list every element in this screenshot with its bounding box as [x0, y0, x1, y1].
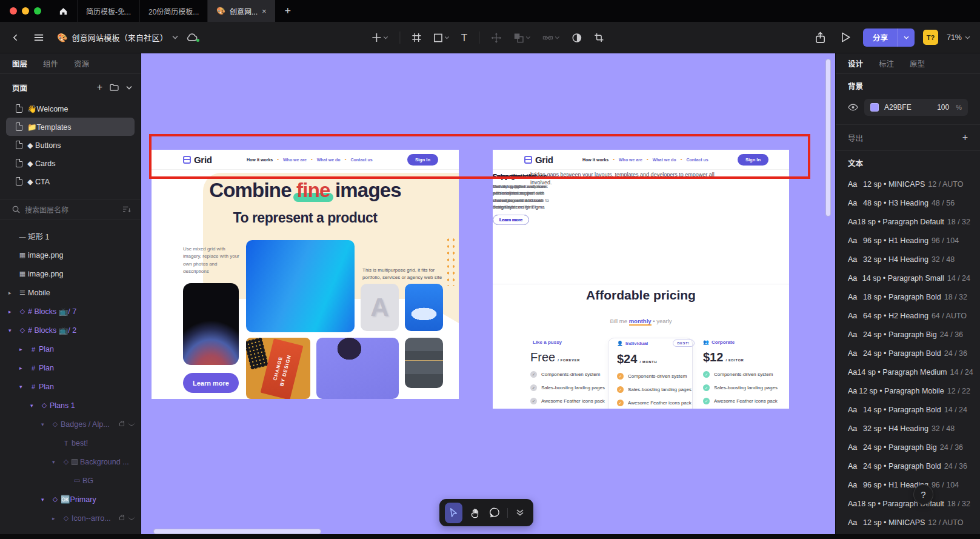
text-style-row[interactable]: Aa 18 sp • Paragraph Bold 18 / 32 — [836, 287, 980, 306]
layer-row[interactable]: ▸ # Plan — [0, 358, 141, 377]
left-panel-tab[interactable]: 图层 — [12, 58, 27, 69]
help-button[interactable]: ? — [913, 484, 933, 504]
avatar[interactable]: T? — [923, 30, 938, 45]
page-item[interactable]: ◆ Buttons — [6, 136, 135, 154]
layer-row[interactable]: ▾ ◇ Plans 1 — [0, 396, 141, 415]
billing-yearly[interactable]: yearly — [656, 318, 672, 324]
hidden-eye-icon[interactable] — [128, 517, 135, 520]
text-style-row[interactable]: Aa 32 sp • H4 Heading 32 / 48 — [836, 419, 980, 438]
share-button[interactable]: 分享 — [863, 28, 915, 47]
text-style-row[interactable]: Aa 24 sp • Paragraph Big 24 / 36 — [836, 325, 980, 344]
window-controls[interactable] — [0, 0, 50, 22]
zoom-control[interactable]: 71% — [947, 33, 970, 42]
close-window-button[interactable] — [10, 7, 17, 15]
layer-search[interactable]: 搜索图层名称 — [0, 199, 141, 219]
maximize-window-button[interactable] — [34, 7, 41, 15]
comment-tool[interactable] — [487, 504, 502, 522]
move-tool[interactable] — [488, 30, 504, 45]
mock-billing-toggle[interactable]: Bill me monthly • yearly — [493, 318, 789, 324]
expand-arrow-icon[interactable]: ▸ — [8, 290, 17, 296]
mask-tool[interactable] — [568, 30, 585, 45]
text-style-row[interactable]: Aa 24 sp • Paragraph Bold 24 / 36 — [836, 344, 980, 363]
right-panel-tab[interactable]: 标注 — [879, 58, 894, 69]
expand-arrow-icon[interactable]: ▸ — [8, 309, 17, 315]
unlock-icon[interactable] — [119, 423, 124, 426]
add-export-button[interactable]: + — [962, 132, 968, 143]
hidden-eye-icon[interactable] — [128, 423, 135, 426]
color-swatch[interactable] — [870, 103, 879, 112]
browser-tab-active[interactable]: 🎨 创意网... × — [208, 0, 275, 22]
text-style-row[interactable]: Aa 32 sp • H4 Heading 32 / 48 — [836, 250, 980, 269]
layer-row[interactable]: ▾ # Plan — [0, 377, 141, 396]
share-export-icon[interactable] — [812, 29, 829, 46]
expand-arrow-icon[interactable]: ▾ — [8, 327, 17, 333]
share-dropdown-icon[interactable] — [898, 28, 915, 47]
layer-row[interactable]: ▦ image.png — [0, 264, 141, 283]
text-style-row[interactable]: Aa 96 sp • H1 Heading 96 / 104 — [836, 475, 980, 494]
mock-learn-more-button[interactable]: Learn more — [183, 373, 239, 393]
select-cursor-tool[interactable] — [445, 503, 462, 523]
expand-arrow-icon[interactable]: ▾ — [41, 421, 50, 427]
text-tool[interactable]: T — [458, 30, 470, 45]
collapse-toolbar-icon[interactable] — [513, 504, 528, 522]
left-panel-tab[interactable]: 组件 — [43, 58, 58, 69]
right-panel-tab[interactable]: 设计 — [848, 58, 863, 69]
layer-row[interactable]: ▸ ◇ Icon--arro... — [0, 509, 141, 527]
page-item[interactable]: 📁Templates — [6, 118, 135, 136]
page-item[interactable]: 👋Welcome — [6, 99, 135, 118]
layer-row[interactable]: ▸ ☰ Mobile — [0, 283, 141, 302]
expand-arrow-icon[interactable]: ▾ — [30, 403, 39, 409]
unlock-icon[interactable] — [119, 517, 124, 520]
layer-row[interactable]: ▦ image.png — [0, 246, 141, 264]
hand-tool[interactable] — [467, 504, 482, 522]
canvas-vertical-scrollbar[interactable] — [825, 59, 831, 216]
layer-row[interactable]: ▾ ◇ Background ... — [0, 452, 141, 471]
browser-tab-2[interactable]: 20份简历模板... — [140, 0, 208, 22]
text-style-row[interactable]: Aa 18 sp • Paragraph Default 18 / 32 — [836, 494, 980, 513]
text-style-row[interactable]: Aa 14 sp • Paragraph Bold 14 / 24 — [836, 400, 980, 419]
text-style-row[interactable]: Aa 64 sp • H2 Heading 64 / AUTO — [836, 306, 980, 325]
template-frame-2[interactable]: Grid How it works • Who we are • What we… — [493, 150, 789, 409]
expand-arrow-icon[interactable]: ▾ — [19, 384, 28, 390]
right-panel-tab[interactable]: 原型 — [910, 58, 925, 69]
text-style-row[interactable]: Aa 48 sp • H3 Heading 48 / 56 — [836, 193, 980, 212]
crop-tool[interactable] — [591, 30, 607, 45]
text-style-row[interactable]: Aa 12 sp • Paragraph Mobile 12 / 22 — [836, 381, 980, 400]
expand-arrow-icon[interactable]: ▸ — [52, 515, 61, 521]
opacity-value[interactable]: 100 — [937, 103, 949, 112]
text-style-row[interactable]: Aa 12 sp • MINICAPS 12 / AUTO — [836, 175, 980, 193]
layer-row[interactable]: ▾ ◇ 🆗Primary — [0, 490, 141, 509]
frame-tool[interactable] — [408, 30, 424, 45]
layer-row[interactable]: ▸ ◇ # Blocks 📺/ 7 — [0, 302, 141, 321]
new-tab-button[interactable]: + — [275, 0, 301, 22]
cloud-sync-icon[interactable] — [186, 33, 198, 42]
color-hex-value[interactable]: A29BFE — [884, 103, 932, 112]
boolean-tool[interactable] — [510, 30, 533, 45]
menu-icon[interactable] — [30, 29, 47, 46]
expand-arrow-icon[interactable]: ▾ — [41, 497, 50, 503]
expand-arrow-icon[interactable]: ▸ — [19, 346, 28, 352]
page-item[interactable]: ◆ CTA — [6, 172, 135, 190]
text-style-row[interactable]: Aa 24 sp • Paragraph Bold 24 / 36 — [836, 457, 980, 475]
text-style-row[interactable]: Aa 14 sp • Paragraph Small 14 / 24 — [836, 269, 980, 287]
share-button-label[interactable]: 分享 — [863, 28, 898, 47]
canvas-horizontal-scrollbar[interactable] — [153, 529, 321, 534]
billing-monthly[interactable]: monthly — [629, 318, 652, 326]
background-color-field[interactable]: A29BFE 100 % — [864, 99, 968, 116]
layer-row[interactable]: ▾ ◇ # Blocks 📺/ 2 — [0, 321, 141, 340]
expand-arrow-icon[interactable]: ▸ — [19, 365, 28, 371]
vector-edit-tool[interactable] — [539, 30, 562, 45]
layer-row[interactable]: ▭ BG — [0, 471, 141, 490]
design-canvas[interactable]: Grid How it works • Who we are • What we… — [141, 53, 835, 534]
visibility-eye-icon[interactable] — [848, 104, 858, 111]
back-button[interactable] — [7, 29, 24, 46]
layer-row[interactable]: ▸ # Plan — [0, 340, 141, 358]
insert-tool[interactable] — [368, 30, 391, 45]
folder-icon[interactable] — [110, 84, 119, 91]
present-play-icon[interactable] — [838, 29, 855, 46]
template-frame-1[interactable]: Grid How it works • Who we are • What we… — [152, 150, 459, 399]
minimize-window-button[interactable] — [22, 7, 29, 15]
page-item[interactable]: ◆ Cards — [6, 154, 135, 172]
title-dropdown-icon[interactable] — [172, 35, 178, 39]
shape-tool[interactable] — [430, 31, 452, 45]
